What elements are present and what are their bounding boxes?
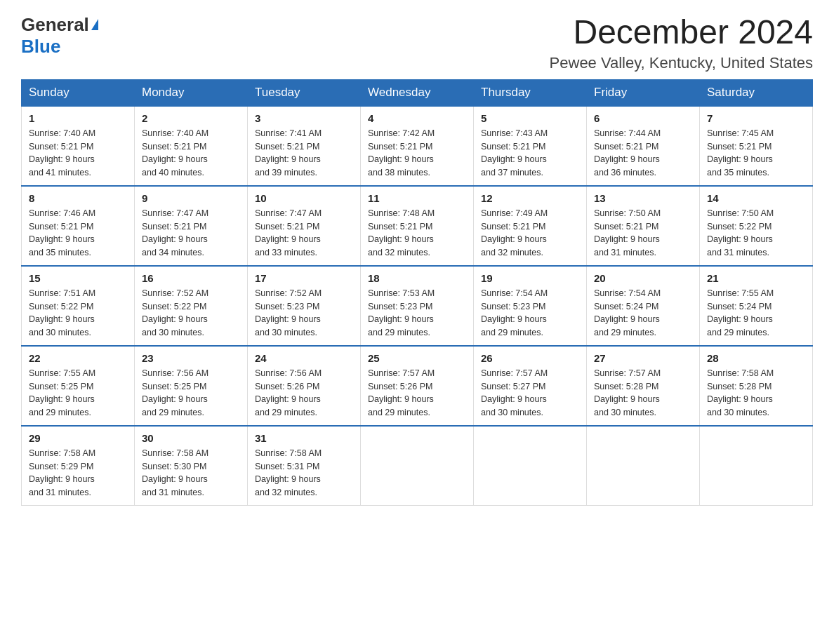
calendar-day-cell: 30 Sunrise: 7:58 AMSunset: 5:30 PMDaylig… <box>135 426 248 506</box>
day-number: 9 <box>142 192 240 204</box>
day-info: Sunrise: 7:57 AMSunset: 5:28 PMDaylight:… <box>594 367 692 420</box>
calendar-day-cell: 10 Sunrise: 7:47 AMSunset: 5:21 PMDaylig… <box>248 186 361 266</box>
calendar-day-header: Monday <box>135 79 248 106</box>
logo-blue-text: Blue <box>21 36 60 58</box>
day-info: Sunrise: 7:44 AMSunset: 5:21 PMDaylight:… <box>594 127 692 180</box>
calendar-day-header: Friday <box>587 79 700 106</box>
day-number: 2 <box>142 112 240 124</box>
day-number: 10 <box>255 192 353 204</box>
calendar-day-cell: 8 Sunrise: 7:46 AMSunset: 5:21 PMDayligh… <box>22 186 135 266</box>
title-section: December 2024 Pewee Valley, Kentucky, Un… <box>550 14 813 72</box>
day-info: Sunrise: 7:58 AMSunset: 5:29 PMDaylight:… <box>29 447 127 499</box>
day-number: 21 <box>707 272 805 284</box>
day-info: Sunrise: 7:41 AMSunset: 5:21 PMDaylight:… <box>255 127 353 180</box>
day-number: 17 <box>255 272 353 284</box>
calendar-day-header: Sunday <box>22 79 135 106</box>
logo-triangle-icon <box>91 19 98 30</box>
day-number: 23 <box>142 352 240 364</box>
calendar-week-row: 1 Sunrise: 7:40 AMSunset: 5:21 PMDayligh… <box>22 106 813 186</box>
calendar-week-row: 29 Sunrise: 7:58 AMSunset: 5:29 PMDaylig… <box>22 426 813 506</box>
logo-general-text: General <box>21 14 89 36</box>
day-number: 25 <box>368 352 466 364</box>
calendar-day-cell: 25 Sunrise: 7:57 AMSunset: 5:26 PMDaylig… <box>361 346 474 426</box>
day-number: 22 <box>29 352 127 364</box>
calendar-day-cell: 4 Sunrise: 7:42 AMSunset: 5:21 PMDayligh… <box>361 106 474 186</box>
calendar-day-cell: 13 Sunrise: 7:50 AMSunset: 5:21 PMDaylig… <box>587 186 700 266</box>
day-number: 3 <box>255 112 353 124</box>
day-info: Sunrise: 7:47 AMSunset: 5:21 PMDaylight:… <box>255 207 353 260</box>
day-info: Sunrise: 7:48 AMSunset: 5:21 PMDaylight:… <box>368 207 466 260</box>
day-number: 14 <box>707 192 805 204</box>
day-info: Sunrise: 7:50 AMSunset: 5:21 PMDaylight:… <box>594 207 692 260</box>
calendar-day-cell <box>361 426 474 506</box>
day-number: 16 <box>142 272 240 284</box>
day-info: Sunrise: 7:58 AMSunset: 5:28 PMDaylight:… <box>707 367 805 420</box>
day-info: Sunrise: 7:50 AMSunset: 5:22 PMDaylight:… <box>707 207 805 260</box>
calendar-day-cell: 22 Sunrise: 7:55 AMSunset: 5:25 PMDaylig… <box>22 346 135 426</box>
calendar-day-cell: 20 Sunrise: 7:54 AMSunset: 5:24 PMDaylig… <box>587 266 700 346</box>
day-number: 6 <box>594 112 692 124</box>
page-subtitle: Pewee Valley, Kentucky, United States <box>550 54 813 72</box>
day-number: 7 <box>707 112 805 124</box>
calendar-day-cell: 7 Sunrise: 7:45 AMSunset: 5:21 PMDayligh… <box>700 106 813 186</box>
day-number: 12 <box>481 192 579 204</box>
calendar-day-cell: 18 Sunrise: 7:53 AMSunset: 5:23 PMDaylig… <box>361 266 474 346</box>
calendar-week-row: 15 Sunrise: 7:51 AMSunset: 5:22 PMDaylig… <box>22 266 813 346</box>
calendar-header-row: SundayMondayTuesdayWednesdayThursdayFrid… <box>22 79 813 106</box>
day-number: 13 <box>594 192 692 204</box>
calendar-day-header: Wednesday <box>361 79 474 106</box>
calendar-day-cell: 21 Sunrise: 7:55 AMSunset: 5:24 PMDaylig… <box>700 266 813 346</box>
day-info: Sunrise: 7:58 AMSunset: 5:30 PMDaylight:… <box>142 447 240 499</box>
day-info: Sunrise: 7:57 AMSunset: 5:26 PMDaylight:… <box>368 367 466 420</box>
calendar-day-cell: 31 Sunrise: 7:58 AMSunset: 5:31 PMDaylig… <box>248 426 361 506</box>
day-number: 19 <box>481 272 579 284</box>
calendar-day-cell: 1 Sunrise: 7:40 AMSunset: 5:21 PMDayligh… <box>22 106 135 186</box>
calendar-day-cell: 5 Sunrise: 7:43 AMSunset: 5:21 PMDayligh… <box>474 106 587 186</box>
day-info: Sunrise: 7:47 AMSunset: 5:21 PMDaylight:… <box>142 207 240 260</box>
calendar-day-cell: 27 Sunrise: 7:57 AMSunset: 5:28 PMDaylig… <box>587 346 700 426</box>
day-number: 20 <box>594 272 692 284</box>
calendar-day-cell: 28 Sunrise: 7:58 AMSunset: 5:28 PMDaylig… <box>700 346 813 426</box>
page-header: General Blue December 2024 Pewee Valley,… <box>21 14 813 72</box>
calendar-day-cell: 2 Sunrise: 7:40 AMSunset: 5:21 PMDayligh… <box>135 106 248 186</box>
calendar-day-cell: 23 Sunrise: 7:56 AMSunset: 5:25 PMDaylig… <box>135 346 248 426</box>
calendar-day-cell: 19 Sunrise: 7:54 AMSunset: 5:23 PMDaylig… <box>474 266 587 346</box>
calendar-day-cell: 15 Sunrise: 7:51 AMSunset: 5:22 PMDaylig… <box>22 266 135 346</box>
day-number: 24 <box>255 352 353 364</box>
day-number: 30 <box>142 432 240 444</box>
calendar-table: SundayMondayTuesdayWednesdayThursdayFrid… <box>21 79 813 506</box>
calendar-day-header: Tuesday <box>248 79 361 106</box>
calendar-day-cell: 14 Sunrise: 7:50 AMSunset: 5:22 PMDaylig… <box>700 186 813 266</box>
day-number: 1 <box>29 112 127 124</box>
calendar-day-cell: 9 Sunrise: 7:47 AMSunset: 5:21 PMDayligh… <box>135 186 248 266</box>
day-number: 27 <box>594 352 692 364</box>
calendar-day-cell: 3 Sunrise: 7:41 AMSunset: 5:21 PMDayligh… <box>248 106 361 186</box>
day-info: Sunrise: 7:42 AMSunset: 5:21 PMDaylight:… <box>368 127 466 180</box>
day-info: Sunrise: 7:40 AMSunset: 5:21 PMDaylight:… <box>29 127 127 180</box>
day-info: Sunrise: 7:43 AMSunset: 5:21 PMDaylight:… <box>481 127 579 180</box>
calendar-day-cell: 11 Sunrise: 7:48 AMSunset: 5:21 PMDaylig… <box>361 186 474 266</box>
day-number: 29 <box>29 432 127 444</box>
calendar-day-cell: 6 Sunrise: 7:44 AMSunset: 5:21 PMDayligh… <box>587 106 700 186</box>
calendar-day-header: Saturday <box>700 79 813 106</box>
day-info: Sunrise: 7:46 AMSunset: 5:21 PMDaylight:… <box>29 207 127 260</box>
day-number: 28 <box>707 352 805 364</box>
day-info: Sunrise: 7:58 AMSunset: 5:31 PMDaylight:… <box>255 447 353 499</box>
day-info: Sunrise: 7:56 AMSunset: 5:25 PMDaylight:… <box>142 367 240 420</box>
logo: General Blue <box>21 14 98 58</box>
calendar-week-row: 8 Sunrise: 7:46 AMSunset: 5:21 PMDayligh… <box>22 186 813 266</box>
day-info: Sunrise: 7:54 AMSunset: 5:24 PMDaylight:… <box>594 287 692 340</box>
calendar-day-cell <box>474 426 587 506</box>
calendar-day-cell: 16 Sunrise: 7:52 AMSunset: 5:22 PMDaylig… <box>135 266 248 346</box>
day-info: Sunrise: 7:52 AMSunset: 5:23 PMDaylight:… <box>255 287 353 340</box>
day-info: Sunrise: 7:52 AMSunset: 5:22 PMDaylight:… <box>142 287 240 340</box>
day-info: Sunrise: 7:57 AMSunset: 5:27 PMDaylight:… <box>481 367 579 420</box>
day-info: Sunrise: 7:49 AMSunset: 5:21 PMDaylight:… <box>481 207 579 260</box>
calendar-day-cell: 29 Sunrise: 7:58 AMSunset: 5:29 PMDaylig… <box>22 426 135 506</box>
calendar-day-cell: 17 Sunrise: 7:52 AMSunset: 5:23 PMDaylig… <box>248 266 361 346</box>
calendar-day-cell: 24 Sunrise: 7:56 AMSunset: 5:26 PMDaylig… <box>248 346 361 426</box>
day-info: Sunrise: 7:40 AMSunset: 5:21 PMDaylight:… <box>142 127 240 180</box>
day-number: 8 <box>29 192 127 204</box>
day-info: Sunrise: 7:51 AMSunset: 5:22 PMDaylight:… <box>29 287 127 340</box>
day-info: Sunrise: 7:53 AMSunset: 5:23 PMDaylight:… <box>368 287 466 340</box>
